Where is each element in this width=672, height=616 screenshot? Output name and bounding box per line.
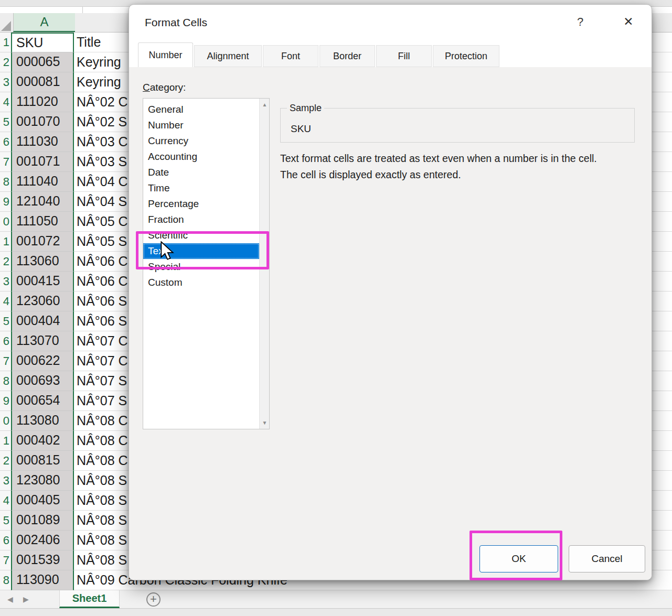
row-header[interactable]: 4 xyxy=(0,491,11,511)
category-option-currency[interactable]: Currency xyxy=(143,133,259,149)
sku-cell[interactable]: 000815 xyxy=(11,451,74,471)
cancel-button[interactable]: Cancel xyxy=(569,545,645,572)
row-header[interactable]: 1 xyxy=(0,232,11,252)
status-bar xyxy=(0,608,672,616)
column-header-a[interactable]: A xyxy=(13,13,75,32)
sku-cell[interactable]: 000065 xyxy=(11,52,74,72)
sheet-nav-right-icon[interactable]: ▶ xyxy=(23,593,29,605)
row-header[interactable]: 0 xyxy=(0,212,11,232)
sku-cell[interactable]: 001070 xyxy=(11,112,74,132)
tab-fill[interactable]: Fill xyxy=(376,45,432,67)
sku-cell[interactable]: 001539 xyxy=(11,550,74,570)
number-tab-panel: Category: General Number Currency Accoun… xyxy=(129,67,652,580)
new-sheet-icon[interactable]: + xyxy=(146,592,161,607)
sku-cell[interactable]: 000405 xyxy=(11,491,74,511)
sku-cell[interactable]: 111050 xyxy=(11,212,74,232)
category-label-accesskey: C xyxy=(143,82,150,93)
tab-font[interactable]: Font xyxy=(263,45,318,67)
dialog-title: Format Cells xyxy=(145,16,207,29)
row-header[interactable]: 4 xyxy=(0,92,11,112)
sku-cell[interactable]: 000404 xyxy=(11,311,74,331)
tab-alignment[interactable]: Alignment xyxy=(194,45,262,67)
row-header[interactable]: 5 xyxy=(0,311,11,331)
category-option-percentage[interactable]: Percentage xyxy=(143,196,259,212)
row-header[interactable]: 7 xyxy=(0,152,11,172)
help-icon[interactable]: ? xyxy=(574,15,586,29)
sku-cell[interactable]: 113090 xyxy=(11,570,74,590)
row-header[interactable]: 9 xyxy=(0,391,11,411)
row-header[interactable]: 0 xyxy=(0,411,11,431)
sku-cell[interactable]: 123080 xyxy=(11,471,74,491)
row-header[interactable]: 2 xyxy=(0,52,11,72)
tab-protection[interactable]: Protection xyxy=(433,45,499,67)
sku-cell[interactable]: 001072 xyxy=(11,232,74,252)
sample-value: SKU xyxy=(291,123,311,135)
row-header[interactable]: 6 xyxy=(0,331,11,351)
format-cells-dialog: Format Cells ? ✕ Number Alignment Font B… xyxy=(129,4,652,580)
sheet-tab-bar: ◀ ▶ Sheet1 + xyxy=(0,590,672,608)
row-header[interactable]: 2 xyxy=(0,252,11,272)
category-option-date[interactable]: Date xyxy=(143,165,259,180)
row-header[interactable]: 1 xyxy=(0,431,11,451)
row-header[interactable]: 5 xyxy=(0,112,11,132)
row-header[interactable]: 3 xyxy=(0,272,11,291)
row-header[interactable]: 8 xyxy=(0,371,11,391)
format-description-line2: The cell is displayed exactly as entered… xyxy=(280,169,637,181)
row-header[interactable]: 3 xyxy=(0,72,11,92)
sku-cell[interactable]: 000693 xyxy=(11,371,74,391)
sku-cell[interactable]: 001071 xyxy=(11,152,74,172)
name-box-divider xyxy=(82,7,83,13)
category-option-accounting[interactable]: Accounting xyxy=(143,149,259,165)
category-label-rest: ategory: xyxy=(150,82,186,93)
annotation-box-text-category xyxy=(136,231,269,269)
category-option-fraction[interactable]: Fraction xyxy=(143,212,259,228)
row-header[interactable]: 8 xyxy=(0,570,11,590)
row-header[interactable]: 7 xyxy=(0,550,11,570)
sheet-nav-left-icon[interactable]: ◀ xyxy=(7,593,13,605)
row-header[interactable]: 7 xyxy=(0,351,11,371)
sku-cell[interactable]: 113080 xyxy=(11,411,74,431)
sku-cell[interactable]: 111040 xyxy=(11,172,74,192)
scroll-down-icon[interactable]: ▼ xyxy=(260,420,270,426)
sku-cell[interactable]: 000654 xyxy=(11,391,74,411)
category-option-custom[interactable]: Custom xyxy=(143,275,259,290)
category-option-number[interactable]: Number xyxy=(143,117,259,133)
sku-cell[interactable]: 113060 xyxy=(11,252,74,272)
sample-group-label: Sample xyxy=(287,103,324,114)
sku-cell[interactable]: 121040 xyxy=(11,192,74,212)
row-header[interactable]: 1 xyxy=(0,33,11,52)
sku-cell[interactable]: 001089 xyxy=(11,511,74,531)
row-header[interactable]: 2 xyxy=(0,451,11,471)
mouse-cursor-icon xyxy=(161,241,175,261)
tab-border[interactable]: Border xyxy=(319,45,375,67)
row-header[interactable]: 6 xyxy=(0,531,11,550)
row-header[interactable]: 5 xyxy=(0,511,11,531)
select-all-corner-icon[interactable] xyxy=(1,21,11,31)
sku-cell[interactable]: SKU xyxy=(11,33,74,52)
category-option-time[interactable]: Time xyxy=(143,180,259,196)
sku-cell[interactable]: 113070 xyxy=(11,331,74,351)
category-option-general[interactable]: General xyxy=(143,102,259,117)
row-header[interactable]: 4 xyxy=(0,291,11,311)
sku-cell[interactable]: 000622 xyxy=(11,351,74,371)
close-icon[interactable]: ✕ xyxy=(621,15,636,29)
annotation-box-ok-button xyxy=(470,531,562,580)
sku-cell[interactable]: 000081 xyxy=(11,72,74,92)
row-header[interactable]: 9 xyxy=(0,192,11,212)
sku-cell[interactable]: 111030 xyxy=(11,132,74,152)
category-label: Category: xyxy=(143,82,186,93)
sheet-tab-sheet1[interactable]: Sheet1 xyxy=(59,590,120,608)
row-header[interactable]: 6 xyxy=(0,132,11,152)
scroll-up-icon[interactable]: ▲ xyxy=(260,102,270,107)
dialog-tabstrip: Number Alignment Font Border Fill Protec… xyxy=(138,42,499,67)
sku-cell[interactable]: 111020 xyxy=(11,92,74,112)
sku-cell[interactable]: 000415 xyxy=(11,272,74,291)
sku-cell[interactable]: 123060 xyxy=(11,291,74,311)
row-header[interactable]: 8 xyxy=(0,172,11,192)
sample-group: Sample SKU xyxy=(280,108,635,143)
row-header[interactable]: 3 xyxy=(0,471,11,491)
sku-cell[interactable]: 000402 xyxy=(11,431,74,451)
tab-number[interactable]: Number xyxy=(138,42,193,67)
sku-cell[interactable]: 002406 xyxy=(11,531,74,550)
format-description-line1: Text format cells are treated as text ev… xyxy=(280,153,637,165)
